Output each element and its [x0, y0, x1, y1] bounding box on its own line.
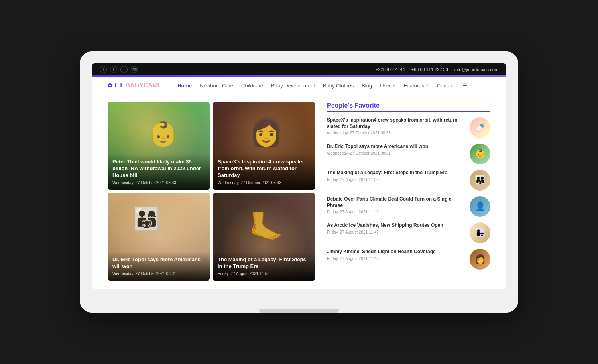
- nav-blog[interactable]: Blog: [362, 83, 372, 89]
- contact-info: +228 872 4444 +88 00 111 222 33 info@you…: [376, 67, 498, 72]
- sidebar-item-date-2: Friday, 27 August 2021 11:50: [327, 177, 466, 182]
- sidebar-item-text-2: The Making of a Legacy: First Steps in t…: [327, 170, 466, 182]
- sidebar-item-text-0: SpaceX's Inspiration4 crew speaks from o…: [327, 117, 466, 135]
- logo[interactable]: ✿ ET BABYCARE: [108, 82, 161, 89]
- nav-baby-clothes[interactable]: Baby Clothes: [323, 83, 354, 89]
- nav-menu-icon[interactable]: ☰: [463, 83, 468, 89]
- sidebar-thumb-4: 👩‍👧: [470, 222, 490, 243]
- nav-user-label: User: [380, 83, 391, 89]
- sidebar-thumb-5: 👩: [470, 249, 490, 270]
- nav-childcare[interactable]: Childcare: [241, 83, 263, 89]
- facebook-icon[interactable]: f: [100, 66, 107, 73]
- logo-et: ET: [115, 82, 123, 89]
- article-overlay-3: Dr. Eric Topol says more Americans will …: [108, 252, 210, 281]
- sidebar-thumb-3: 👤: [470, 196, 490, 217]
- sidebar-item-5[interactable]: Jimmy Kimmel Sheds Light on Health Cover…: [327, 249, 490, 270]
- phone1: +228 872 4444: [376, 67, 405, 72]
- article-date-4: Friday, 27 August 2021 11:50: [218, 272, 310, 276]
- article-date-1: Wednesday, 27 October 2021 08:33: [112, 181, 205, 185]
- sidebar-item-title-3: Debate Over Paris Climate Deal Could Tur…: [327, 196, 466, 209]
- nav-baby-development[interactable]: Baby Development: [271, 83, 315, 89]
- sidebar-item-title-1: Dr. Eric Topol says more Americans will …: [327, 144, 466, 150]
- sidebar-item-4[interactable]: As Arctic Ice Vanishes, New Shipping Rou…: [327, 222, 490, 243]
- laptop-screen: f t in 📷 +228 872 4444 +88 00 111 222 33…: [92, 63, 506, 289]
- sidebar-item-title-5: Jimmy Kimmel Sheds Light on Health Cover…: [327, 249, 466, 255]
- article-title-2: SpaceX's Inspiration4 crew speaks from o…: [218, 159, 310, 179]
- nav-user-arrow: ▼: [392, 83, 396, 87]
- logo-babycare: BABYCARE: [125, 82, 161, 89]
- article-title-1: Peter Thiel would likely make $5 billion…: [112, 159, 205, 179]
- linkedin-icon[interactable]: in: [120, 66, 128, 73]
- article-title-3: Dr. Eric Topol says more Americans will …: [112, 256, 205, 270]
- laptop-wrapper: f t in 📷 +228 872 4444 +88 00 111 222 33…: [80, 51, 518, 313]
- articles-grid: Peter Thiel would likely make $5 billion…: [108, 102, 315, 281]
- sidebar-item-text-3: Debate Over Paris Climate Deal Could Tur…: [327, 196, 466, 214]
- logo-icon: ✿: [108, 82, 112, 89]
- sidebar-item-3[interactable]: Debate Over Paris Climate Deal Could Tur…: [327, 196, 490, 217]
- sidebar-item-title-0: SpaceX's Inspiration4 crew speaks from o…: [327, 117, 466, 130]
- nav-contact[interactable]: Contact: [437, 83, 455, 89]
- article-date-3: Wednesday, 27 October 2021 08:31: [112, 272, 205, 276]
- sidebar-item-date-1: Wednesday, 27 October 2021 08:31: [327, 151, 466, 155]
- sidebar: People's Favorite SpaceX's Inspiration4 …: [323, 102, 490, 281]
- article-card-2[interactable]: SpaceX's Inspiration4 crew speaks from o…: [213, 102, 315, 190]
- sidebar-item-date-4: Friday, 27 August 2021 11:47: [327, 230, 466, 234]
- twitter-icon[interactable]: t: [110, 66, 117, 73]
- article-card-4[interactable]: The Making of a Legacy: First Steps in t…: [213, 193, 315, 281]
- article-date-2: Wednesday, 27 October 2021 08:33: [218, 181, 310, 185]
- sidebar-underline: [327, 111, 490, 112]
- nav-features[interactable]: Features ▼: [404, 83, 429, 89]
- phone2: +88 00 111 222 33: [411, 67, 448, 72]
- email: info@yourdomain.com: [454, 67, 498, 72]
- sidebar-title: People's Favorite: [327, 102, 490, 109]
- nav-links: Home Newborn Care Childcare Baby Develop…: [177, 83, 490, 89]
- sidebar-item-title-4: As Arctic Ice Vanishes, New Shipping Rou…: [327, 222, 466, 229]
- sidebar-item-text-4: As Arctic Ice Vanishes, New Shipping Rou…: [327, 222, 466, 234]
- nav-features-arrow: ▼: [425, 83, 429, 87]
- sidebar-item-text-1: Dr. Eric Topol says more Americans will …: [327, 144, 466, 155]
- sidebar-item-date-5: Friday, 27 August 2021 11:46: [327, 256, 466, 261]
- nav-user[interactable]: User ▼: [380, 83, 395, 89]
- article-overlay-1: Peter Thiel would likely make $5 billion…: [108, 154, 210, 190]
- laptop-base: [259, 309, 339, 313]
- article-card-3[interactable]: Dr. Eric Topol says more Americans will …: [108, 193, 210, 281]
- sidebar-thumb-1: 👶: [470, 144, 490, 164]
- sidebar-item-1[interactable]: Dr. Eric Topol says more Americans will …: [327, 144, 490, 164]
- article-card-1[interactable]: Peter Thiel would likely make $5 billion…: [108, 102, 210, 190]
- article-overlay-2: SpaceX's Inspiration4 crew speaks from o…: [213, 154, 315, 190]
- sidebar-item-text-5: Jimmy Kimmel Sheds Light on Health Cover…: [327, 249, 466, 261]
- sidebar-item-title-2: The Making of a Legacy: First Steps in t…: [327, 170, 466, 176]
- nav-newborn-care[interactable]: Newborn Care: [200, 83, 233, 89]
- main-content: Peter Thiel would likely make $5 billion…: [92, 94, 506, 289]
- article-title-4: The Making of a Legacy: First Steps in t…: [218, 256, 310, 270]
- sidebar-item-2[interactable]: The Making of a Legacy: First Steps in t…: [327, 170, 490, 191]
- article-overlay-4: The Making of a Legacy: First Steps in t…: [213, 252, 315, 281]
- top-bar: f t in 📷 +228 872 4444 +88 00 111 222 33…: [92, 63, 506, 75]
- navbar: ✿ ET BABYCARE Home Newborn Care Childcar…: [92, 77, 506, 94]
- nav-home[interactable]: Home: [177, 83, 192, 89]
- sidebar-item-0[interactable]: SpaceX's Inspiration4 crew speaks from o…: [327, 117, 490, 138]
- nav-features-label: Features: [404, 83, 424, 89]
- social-icons: f t in 📷: [100, 66, 138, 73]
- sidebar-thumb-2: 👨‍👩‍👧: [470, 170, 490, 191]
- instagram-icon[interactable]: 📷: [131, 66, 138, 73]
- sidebar-item-date-3: Friday, 27 August 2021 11:49: [327, 210, 466, 214]
- sidebar-item-date-0: Wednesday, 27 October 2021 08:33: [327, 131, 466, 135]
- sidebar-thumb-0: 🍼: [470, 117, 490, 138]
